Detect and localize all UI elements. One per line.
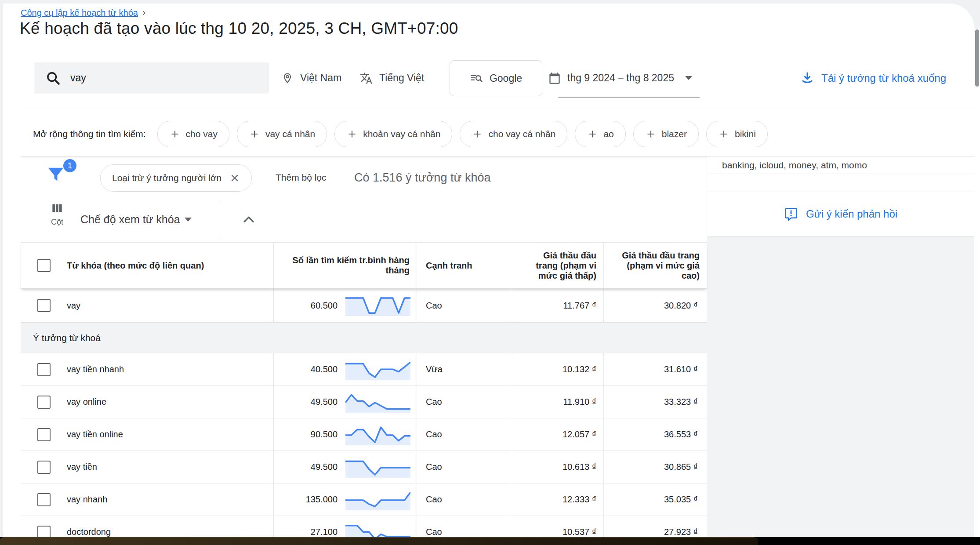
location-label: Việt Nam	[300, 72, 341, 84]
table-row[interactable]: vay nhanh 135.000 Cao 12.333 ₫ 35.035 ₫	[21, 483, 707, 516]
plus-icon	[472, 128, 483, 140]
keyword-label: vay tiền	[67, 462, 97, 472]
columns-label: Cột	[51, 218, 63, 227]
keyword-ideas-section-label: Ý tưởng từ khoá	[21, 322, 707, 353]
keyword-results-table: Từ khóa (theo mức độ liên quan) Số lần t…	[21, 242, 707, 545]
expand-chip-list: cho vayvay cá nhânkhoản vay cá nhâncho v…	[157, 121, 768, 147]
expand-search-row: Mở rộng thông tin tìm kiếm: cho vayvay c…	[33, 121, 768, 147]
keyword-label: vay nhanh	[67, 494, 107, 505]
table-row[interactable]: vay online 49.500 Cao 11.910 ₫ 33.323 ₫	[21, 385, 707, 418]
competition-value: Cao	[426, 462, 442, 472]
keyword-label: vay online	[67, 397, 106, 407]
location-pin-icon	[281, 72, 294, 84]
columns-button[interactable]: Cột	[42, 201, 73, 227]
header-keyword[interactable]: Từ khóa (theo mức độ liên quan)	[21, 243, 274, 288]
feedback-icon	[784, 207, 798, 221]
search-icon	[46, 71, 61, 86]
expand-search-label: Mở rộng thông tin tìm kiếm:	[33, 129, 146, 139]
network-label: Google	[490, 73, 522, 84]
expand-chip[interactable]: khoản vay cá nhân	[334, 121, 452, 147]
search-volume-sparkline	[345, 424, 410, 445]
location-selector[interactable]: Việt Nam	[281, 62, 341, 94]
expand-chip[interactable]: vay cá nhân	[237, 121, 327, 147]
page-title: Kế hoạch đã tạo vào lúc thg 10 20, 2025,…	[20, 19, 458, 38]
competition-value: Vừa	[426, 364, 443, 374]
columns-icon	[50, 201, 65, 215]
row-checkbox[interactable]	[37, 428, 51, 441]
bid-low-value: 11.767 ₫	[563, 301, 596, 311]
expand-chip-label: khoản vay cá nhân	[363, 129, 440, 139]
row-checkbox[interactable]	[37, 526, 51, 539]
table-row[interactable]: vay tiền online 90.500 Cao 12.057 ₫ 36.5…	[21, 418, 707, 451]
filters-applied-indicator[interactable]: 1	[46, 159, 76, 188]
truncated-suggestion-text: banking, icloud, money, atm, momo	[707, 156, 974, 174]
plus-icon	[169, 128, 181, 140]
scrollbar-track[interactable]	[974, 29, 980, 537]
select-all-checkbox[interactable]	[37, 259, 51, 272]
search-volume-sparkline	[345, 489, 410, 510]
expand-chip[interactable]: cho vay cá nhân	[460, 121, 567, 147]
date-range-underline	[558, 97, 700, 98]
plus-icon	[587, 128, 598, 140]
keyword-idea-rows: vay tiền nhanh 40.500 Vừa 10.132 ₫ 31.61…	[21, 353, 707, 545]
seed-keyword-rows: vay 60.500 Cao 11.767 ₫ 30.820 ₫	[21, 289, 707, 322]
keyword-view-dropdown[interactable]: Chế độ xem từ khóa	[80, 202, 192, 236]
language-label: Tiếng Việt	[379, 72, 424, 84]
keyword-planner-page: Công cụ lập kế hoạch từ khóa › Kế hoạch …	[0, 0, 980, 545]
avg-monthly-searches-value: 60.500	[311, 301, 338, 311]
header-top-of-page-bid-low[interactable]: Giá thầu đầu trang (phạm vi mức giá thấp…	[510, 243, 604, 288]
table-row[interactable]: vay tiền nhanh 40.500 Vừa 10.132 ₫ 31.61…	[21, 353, 707, 385]
keyword-label: doctordong	[67, 527, 111, 537]
collapse-table-button[interactable]	[236, 207, 262, 233]
date-range-selector[interactable]: thg 9 2024 – thg 8 2025	[548, 62, 692, 94]
row-checkbox[interactable]	[37, 493, 51, 506]
add-filter-button[interactable]: Thêm bộ lọc	[276, 164, 327, 191]
search-value: vay	[70, 72, 86, 84]
expand-chip[interactable]: bikini	[706, 121, 768, 147]
close-icon[interactable]	[229, 173, 240, 183]
filter-funnel-icon	[46, 164, 66, 185]
search-volume-sparkline	[345, 295, 410, 316]
row-checkbox[interactable]	[37, 396, 51, 409]
scrollbar-thumb[interactable]	[975, 29, 979, 87]
expand-chip-label: cho vay cá nhân	[488, 129, 555, 139]
expand-chip[interactable]: ao	[575, 121, 625, 147]
avg-monthly-searches-value: 49.500	[311, 462, 338, 472]
keyword-label: vay tiền online	[67, 429, 123, 440]
plus-icon	[346, 128, 358, 140]
header-competition[interactable]: Cạnh tranh	[417, 243, 510, 288]
header-top-of-page-bid-high[interactable]: Giá thầu đầu trang (phạm vi mức giá cao)	[604, 243, 707, 288]
search-volume-sparkline	[345, 392, 410, 413]
bid-low-value: 10.132 ₫	[563, 364, 596, 374]
expand-chip-label: blazer	[662, 129, 687, 139]
active-filter-chip[interactable]: Loại trừ ý tưởng người lớn	[100, 164, 252, 192]
expand-chip[interactable]: cho vay	[157, 121, 229, 147]
keyword-search-input[interactable]: vay	[34, 62, 269, 94]
avg-monthly-searches-value: 40.500	[311, 364, 338, 374]
search-volume-sparkline	[345, 457, 410, 478]
active-filter-label: Loại trừ ý tưởng người lớn	[112, 173, 221, 183]
plus-icon	[645, 128, 657, 140]
plus-icon	[718, 128, 730, 140]
breadcrumb-link[interactable]: Công cụ lập kế hoạch từ khóa	[21, 8, 138, 18]
download-keyword-ideas-button[interactable]: Tải ý tưởng từ khoá xuống	[800, 62, 946, 94]
expand-chip-label: vay cá nhân	[265, 129, 315, 139]
header-avg-monthly-searches[interactable]: Số lần tìm kiếm tr.bình hàng tháng	[274, 243, 417, 288]
breadcrumb: Công cụ lập kế hoạch từ khóa ›	[21, 7, 145, 18]
row-checkbox[interactable]	[37, 299, 51, 312]
expand-chip-label: ao	[603, 129, 613, 139]
network-selector[interactable]: Google	[450, 60, 542, 96]
language-selector[interactable]: Tiếng Việt	[359, 62, 424, 94]
chevron-up-icon	[241, 212, 256, 227]
expand-chip-label: bikini	[735, 129, 756, 139]
expand-chip[interactable]: blazer	[633, 121, 699, 147]
toolbar-divider	[219, 203, 219, 236]
empty-panel-row	[707, 174, 974, 192]
row-checkbox[interactable]	[37, 363, 51, 376]
caret-down-icon	[685, 76, 692, 80]
table-row[interactable]: vay tiền 49.500 Cao 10.613 ₫ 30.865 ₫	[21, 451, 707, 483]
date-range-label: thg 9 2024 – thg 8 2025	[567, 72, 674, 84]
table-row[interactable]: vay 60.500 Cao 11.767 ₫ 30.820 ₫	[21, 289, 707, 322]
send-feedback-button[interactable]: Gửi ý kiến phản hồi	[707, 192, 974, 236]
row-checkbox[interactable]	[37, 461, 51, 474]
